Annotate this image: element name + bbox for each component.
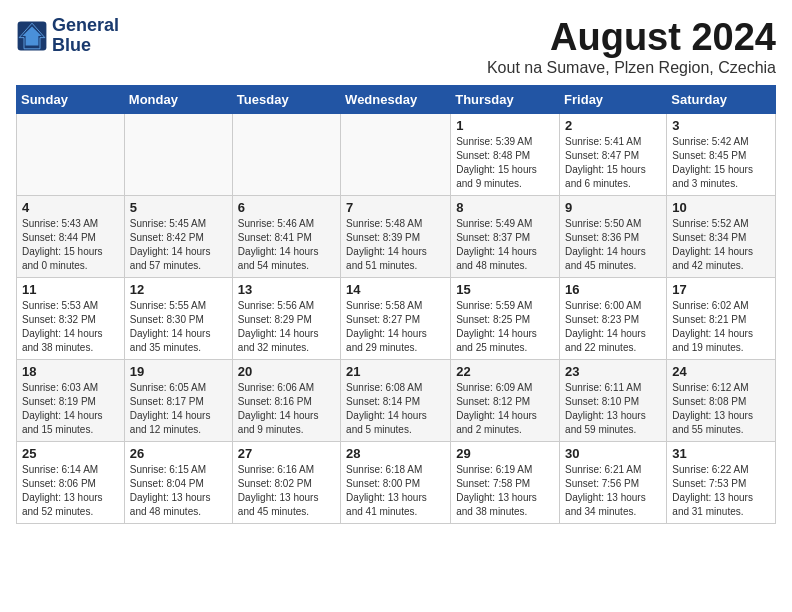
day-number: 14 (346, 282, 445, 297)
day-number: 16 (565, 282, 661, 297)
calendar-cell (124, 114, 232, 196)
logo-line2: Blue (52, 35, 91, 55)
calendar-table: Sunday Monday Tuesday Wednesday Thursday… (16, 85, 776, 524)
calendar-cell (232, 114, 340, 196)
calendar-cell: 22Sunrise: 6:09 AM Sunset: 8:12 PM Dayli… (451, 360, 560, 442)
calendar-cell: 12Sunrise: 5:55 AM Sunset: 8:30 PM Dayli… (124, 278, 232, 360)
day-number: 9 (565, 200, 661, 215)
day-info: Sunrise: 5:45 AM Sunset: 8:42 PM Dayligh… (130, 217, 227, 273)
col-sunday: Sunday (17, 86, 125, 114)
day-info: Sunrise: 5:46 AM Sunset: 8:41 PM Dayligh… (238, 217, 335, 273)
day-number: 17 (672, 282, 770, 297)
calendar-cell: 21Sunrise: 6:08 AM Sunset: 8:14 PM Dayli… (341, 360, 451, 442)
calendar-cell: 25Sunrise: 6:14 AM Sunset: 8:06 PM Dayli… (17, 442, 125, 524)
calendar-subtitle: Kout na Sumave, Plzen Region, Czechia (487, 59, 776, 77)
calendar-cell: 11Sunrise: 5:53 AM Sunset: 8:32 PM Dayli… (17, 278, 125, 360)
calendar-cell: 4Sunrise: 5:43 AM Sunset: 8:44 PM Daylig… (17, 196, 125, 278)
day-info: Sunrise: 6:22 AM Sunset: 7:53 PM Dayligh… (672, 463, 770, 519)
day-number: 25 (22, 446, 119, 461)
day-number: 24 (672, 364, 770, 379)
title-block: August 2024 Kout na Sumave, Plzen Region… (487, 16, 776, 77)
day-info: Sunrise: 6:12 AM Sunset: 8:08 PM Dayligh… (672, 381, 770, 437)
calendar-cell: 2Sunrise: 5:41 AM Sunset: 8:47 PM Daylig… (560, 114, 667, 196)
day-info: Sunrise: 6:14 AM Sunset: 8:06 PM Dayligh… (22, 463, 119, 519)
day-number: 30 (565, 446, 661, 461)
day-number: 3 (672, 118, 770, 133)
day-info: Sunrise: 6:06 AM Sunset: 8:16 PM Dayligh… (238, 381, 335, 437)
calendar-cell: 31Sunrise: 6:22 AM Sunset: 7:53 PM Dayli… (667, 442, 776, 524)
day-number: 19 (130, 364, 227, 379)
calendar-cell: 16Sunrise: 6:00 AM Sunset: 8:23 PM Dayli… (560, 278, 667, 360)
calendar-cell: 17Sunrise: 6:02 AM Sunset: 8:21 PM Dayli… (667, 278, 776, 360)
day-info: Sunrise: 6:19 AM Sunset: 7:58 PM Dayligh… (456, 463, 554, 519)
day-number: 4 (22, 200, 119, 215)
day-number: 6 (238, 200, 335, 215)
calendar-cell: 1Sunrise: 5:39 AM Sunset: 8:48 PM Daylig… (451, 114, 560, 196)
day-info: Sunrise: 5:55 AM Sunset: 8:30 PM Dayligh… (130, 299, 227, 355)
calendar-cell: 29Sunrise: 6:19 AM Sunset: 7:58 PM Dayli… (451, 442, 560, 524)
calendar-week-0: 1Sunrise: 5:39 AM Sunset: 8:48 PM Daylig… (17, 114, 776, 196)
calendar-cell (17, 114, 125, 196)
calendar-week-1: 4Sunrise: 5:43 AM Sunset: 8:44 PM Daylig… (17, 196, 776, 278)
day-number: 11 (22, 282, 119, 297)
logo-line1: General (52, 15, 119, 35)
calendar-cell: 26Sunrise: 6:15 AM Sunset: 8:04 PM Dayli… (124, 442, 232, 524)
calendar-cell: 27Sunrise: 6:16 AM Sunset: 8:02 PM Dayli… (232, 442, 340, 524)
day-info: Sunrise: 5:43 AM Sunset: 8:44 PM Dayligh… (22, 217, 119, 273)
day-number: 18 (22, 364, 119, 379)
col-friday: Friday (560, 86, 667, 114)
logo-icon (16, 20, 48, 52)
calendar-cell: 9Sunrise: 5:50 AM Sunset: 8:36 PM Daylig… (560, 196, 667, 278)
calendar-cell: 23Sunrise: 6:11 AM Sunset: 8:10 PM Dayli… (560, 360, 667, 442)
calendar-cell: 5Sunrise: 5:45 AM Sunset: 8:42 PM Daylig… (124, 196, 232, 278)
calendar-cell: 20Sunrise: 6:06 AM Sunset: 8:16 PM Dayli… (232, 360, 340, 442)
day-info: Sunrise: 6:00 AM Sunset: 8:23 PM Dayligh… (565, 299, 661, 355)
day-info: Sunrise: 5:52 AM Sunset: 8:34 PM Dayligh… (672, 217, 770, 273)
calendar-cell: 10Sunrise: 5:52 AM Sunset: 8:34 PM Dayli… (667, 196, 776, 278)
calendar-header: Sunday Monday Tuesday Wednesday Thursday… (17, 86, 776, 114)
header-row: Sunday Monday Tuesday Wednesday Thursday… (17, 86, 776, 114)
day-info: Sunrise: 5:58 AM Sunset: 8:27 PM Dayligh… (346, 299, 445, 355)
calendar-cell: 3Sunrise: 5:42 AM Sunset: 8:45 PM Daylig… (667, 114, 776, 196)
calendar-cell: 13Sunrise: 5:56 AM Sunset: 8:29 PM Dayli… (232, 278, 340, 360)
calendar-cell: 6Sunrise: 5:46 AM Sunset: 8:41 PM Daylig… (232, 196, 340, 278)
day-number: 1 (456, 118, 554, 133)
day-info: Sunrise: 6:08 AM Sunset: 8:14 PM Dayligh… (346, 381, 445, 437)
day-info: Sunrise: 6:18 AM Sunset: 8:00 PM Dayligh… (346, 463, 445, 519)
day-number: 12 (130, 282, 227, 297)
day-number: 21 (346, 364, 445, 379)
calendar-cell: 28Sunrise: 6:18 AM Sunset: 8:00 PM Dayli… (341, 442, 451, 524)
day-info: Sunrise: 6:15 AM Sunset: 8:04 PM Dayligh… (130, 463, 227, 519)
col-wednesday: Wednesday (341, 86, 451, 114)
day-info: Sunrise: 6:21 AM Sunset: 7:56 PM Dayligh… (565, 463, 661, 519)
calendar-cell: 24Sunrise: 6:12 AM Sunset: 8:08 PM Dayli… (667, 360, 776, 442)
day-info: Sunrise: 5:48 AM Sunset: 8:39 PM Dayligh… (346, 217, 445, 273)
day-info: Sunrise: 5:50 AM Sunset: 8:36 PM Dayligh… (565, 217, 661, 273)
day-info: Sunrise: 5:53 AM Sunset: 8:32 PM Dayligh… (22, 299, 119, 355)
col-monday: Monday (124, 86, 232, 114)
day-number: 31 (672, 446, 770, 461)
day-number: 13 (238, 282, 335, 297)
calendar-title: August 2024 (487, 16, 776, 59)
day-number: 27 (238, 446, 335, 461)
day-number: 28 (346, 446, 445, 461)
calendar-cell: 8Sunrise: 5:49 AM Sunset: 8:37 PM Daylig… (451, 196, 560, 278)
day-info: Sunrise: 5:39 AM Sunset: 8:48 PM Dayligh… (456, 135, 554, 191)
calendar-cell: 15Sunrise: 5:59 AM Sunset: 8:25 PM Dayli… (451, 278, 560, 360)
day-number: 7 (346, 200, 445, 215)
day-info: Sunrise: 6:03 AM Sunset: 8:19 PM Dayligh… (22, 381, 119, 437)
calendar-week-2: 11Sunrise: 5:53 AM Sunset: 8:32 PM Dayli… (17, 278, 776, 360)
day-info: Sunrise: 5:59 AM Sunset: 8:25 PM Dayligh… (456, 299, 554, 355)
col-thursday: Thursday (451, 86, 560, 114)
logo-text: General Blue (52, 16, 119, 56)
day-number: 22 (456, 364, 554, 379)
calendar-cell: 7Sunrise: 5:48 AM Sunset: 8:39 PM Daylig… (341, 196, 451, 278)
day-number: 20 (238, 364, 335, 379)
day-number: 29 (456, 446, 554, 461)
calendar-body: 1Sunrise: 5:39 AM Sunset: 8:48 PM Daylig… (17, 114, 776, 524)
day-number: 15 (456, 282, 554, 297)
calendar-cell: 30Sunrise: 6:21 AM Sunset: 7:56 PM Dayli… (560, 442, 667, 524)
logo: General Blue (16, 16, 119, 56)
col-saturday: Saturday (667, 86, 776, 114)
day-info: Sunrise: 6:05 AM Sunset: 8:17 PM Dayligh… (130, 381, 227, 437)
